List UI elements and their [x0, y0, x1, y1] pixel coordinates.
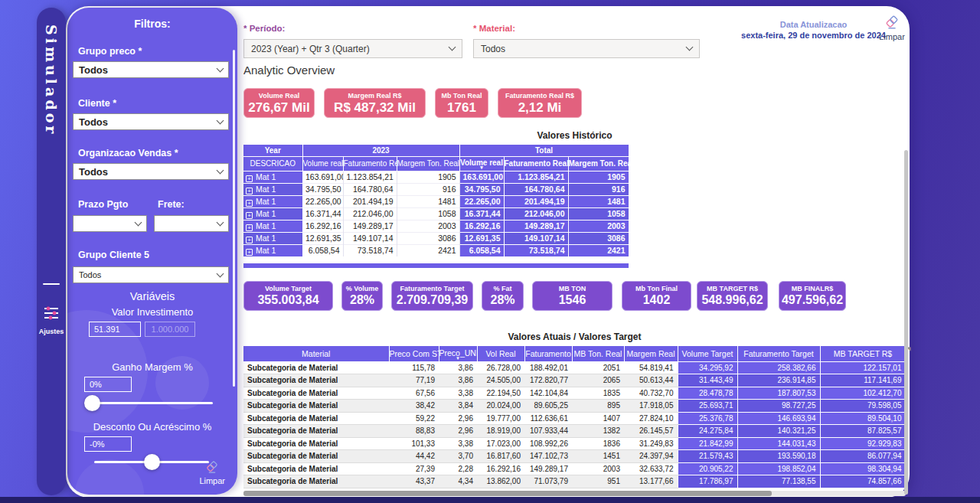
frete-select[interactable]	[154, 215, 229, 232]
total-cell: 212.046,00	[504, 207, 568, 220]
expand-plus-icon[interactable]: +	[246, 200, 253, 207]
value-cell: 198.852,04	[737, 462, 820, 475]
year-cell: 2003	[397, 220, 459, 232]
value-cell: 144.031,43	[737, 437, 820, 450]
value-cell: 3,38	[439, 387, 477, 400]
periodo-select[interactable]: 2023 (Year) + Qtr 3 (Quarter)	[243, 39, 462, 58]
target-table-title: Valores Atuais / Valores Target	[243, 332, 906, 342]
valor-investimento-max-input[interactable]: 1.000.000	[145, 322, 195, 337]
tab-divider	[43, 283, 60, 285]
bottom-edge-band	[0, 497, 980, 503]
grupo-cliente-select[interactable]: Todos	[73, 266, 229, 283]
chevron-down-icon	[217, 166, 224, 174]
historic-table-row: +Mat 134.795,50164.780,6491634.795,50164…	[243, 183, 629, 195]
decorative-circle	[75, 459, 144, 495]
value-cell: 193.590,18	[737, 450, 820, 463]
material-row-header[interactable]: +Mat 1	[243, 171, 302, 183]
year-cell: 1058	[397, 207, 459, 220]
column-header-margem-ton-real[interactable]: Margem Ton. Real	[397, 156, 459, 171]
material-row-header[interactable]: +Mat 1	[243, 244, 302, 256]
kpi-value: 1402	[622, 293, 691, 307]
material-cell: Subcategoria de Material	[243, 450, 389, 463]
column-header-faturamento-target[interactable]: Faturamento Target	[737, 346, 820, 361]
material-row-header[interactable]: +Mat 1	[243, 195, 302, 207]
ganho-margem-input[interactable]: 0%	[84, 377, 132, 392]
ganho-margem-slider-handle[interactable]	[84, 395, 100, 411]
data-atualizacao-label: Data Atualizacao	[731, 20, 896, 29]
simulador-tab-title: Simulador	[37, 24, 66, 262]
kpi-label: Margem Real R$	[325, 92, 425, 100]
chevron-down-icon	[449, 44, 456, 51]
value-cell: 895	[572, 400, 624, 413]
value-cell: 107.933,44	[524, 425, 572, 438]
column-header-mb-ton-real[interactable]: MB Ton. Real	[572, 346, 624, 361]
expand-plus-icon[interactable]: +	[246, 188, 253, 194]
expand-plus-icon[interactable]: +	[246, 175, 253, 182]
descricao-header[interactable]: DESCRICAO	[243, 156, 302, 171]
simulador-tab[interactable]: Simulador Ajustes	[37, 8, 66, 495]
material-row-header[interactable]: +Mat 1	[243, 207, 302, 220]
valor-investimento-input[interactable]: 51.391	[89, 322, 141, 337]
total-cell: 1.123.854,21	[504, 171, 568, 183]
material-row-header[interactable]: +Mat 1	[243, 220, 302, 232]
column-header-faturamento[interactable]: Faturamento	[524, 346, 572, 361]
column-header-vol-real[interactable]: Vol Real	[477, 346, 524, 361]
value-cell: 3,70	[439, 450, 477, 463]
value-cell: 20.024,00	[477, 400, 524, 413]
column-header-mb-target-r[interactable]: MB TARGET R$	[820, 346, 906, 361]
total-cell: 164.780,64	[504, 183, 568, 195]
cliente-select[interactable]: Todos	[73, 113, 229, 130]
kpi-label: MB TON	[533, 285, 612, 292]
total-cell: 6.058,54	[459, 244, 504, 256]
column-header-preco-unit[interactable]: Preco_UNIT▾	[439, 346, 477, 361]
sidebar-scrollbar[interactable]	[233, 50, 235, 387]
organizacao-vendas-select[interactable]: Todos	[73, 163, 229, 180]
expand-plus-icon[interactable]: +	[246, 212, 253, 219]
target-table-row: Subcategoria de Material77,193,8624.505,…	[243, 374, 906, 387]
total-column-header-faturamento-real[interactable]: Faturamento Real	[504, 156, 568, 171]
ganho-margem-slider-track[interactable]	[90, 402, 213, 404]
value-cell: 1835	[572, 387, 624, 400]
target-table-hscrollbar[interactable]	[243, 491, 906, 496]
column-header-volume-target[interactable]: Volume Target	[678, 346, 737, 361]
value-cell: 40.732,70	[624, 387, 678, 400]
value-cell: 88,83	[389, 425, 439, 438]
material-name: Mat 1	[256, 246, 276, 255]
hscrollbar-thumb[interactable]	[243, 491, 772, 496]
value-cell: 26.145,57	[624, 425, 678, 438]
value-cell: 3,84	[439, 400, 477, 413]
column-header-faturamento-real[interactable]: Faturamento Real	[343, 156, 397, 171]
column-header-material[interactable]: Material	[243, 346, 389, 361]
material-row-header[interactable]: +Mat 1	[243, 232, 302, 244]
desconto-input[interactable]: -0%	[84, 436, 132, 452]
expand-plus-icon[interactable]: +	[246, 237, 253, 243]
kpi-label: MB FINALR$	[779, 285, 845, 292]
desconto-slider-handle[interactable]	[144, 454, 160, 470]
column-header-margem-real[interactable]: Margem Real	[624, 346, 678, 361]
material-select[interactable]: Todos	[473, 39, 700, 58]
sliders-icon[interactable]	[43, 305, 60, 325]
material-row-header[interactable]: +Mat 1	[243, 183, 302, 195]
content-vscrollbar[interactable]	[904, 150, 908, 495]
value-cell: 13.177,66	[624, 475, 678, 488]
cliente-label: Cliente *	[78, 98, 116, 109]
prazo-pgto-select[interactable]	[73, 215, 147, 232]
value-cell: 67,56	[389, 387, 439, 400]
chevron-down-icon	[686, 44, 694, 51]
total-column-header-margem-ton-real[interactable]: Margem Ton. Real	[568, 156, 629, 171]
ajustes-label[interactable]: Ajustes	[37, 328, 66, 335]
value-cell: 172.820,77	[524, 374, 572, 387]
total-cell: 34.795,50	[459, 183, 504, 195]
expand-plus-icon[interactable]: +	[246, 249, 253, 256]
topbar-limpar-label: Limpar	[874, 32, 910, 41]
historic-table-row: +Mat 112.691,35149.107,14308612.691,3514…	[243, 232, 629, 244]
sidebar-limpar-button[interactable]: Limpar	[199, 459, 225, 485]
material-cell: Subcategoria de Material	[243, 462, 389, 475]
grupo-preco-select[interactable]: Todos	[73, 61, 229, 78]
total-column-header-volume-real[interactable]: Volume real▾	[459, 156, 504, 171]
expand-plus-icon[interactable]: +	[246, 224, 253, 231]
column-header-volume-real[interactable]: Volume real	[302, 156, 343, 171]
topbar-limpar-button[interactable]: Limpar	[874, 14, 910, 41]
value-cell: 77,19	[389, 374, 439, 387]
column-header-preco-com-st[interactable]: Preco Com ST	[389, 346, 439, 361]
